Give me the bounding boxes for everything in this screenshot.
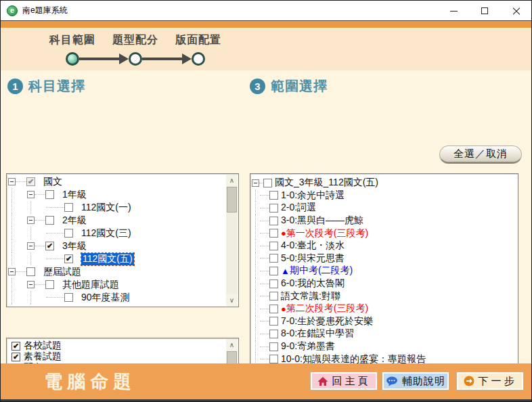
subject-tree-scrollbar[interactable]: ∧ ∨ — [226, 175, 238, 306]
help-button[interactable]: 輔助說明 — [382, 372, 449, 390]
tree-item[interactable]: 1-0:余光中詩選 — [252, 189, 516, 202]
item-checkbox[interactable]: ✔ — [26, 177, 35, 186]
tree-item-label[interactable]: 第一次段考(三段考) — [286, 227, 368, 240]
item-checkbox[interactable] — [269, 204, 278, 213]
item-checkbox[interactable] — [269, 330, 278, 338]
item-checkbox[interactable] — [269, 217, 278, 225]
tree-item[interactable]: 9-0:寄弟墨書 — [252, 340, 516, 353]
tree-item-label[interactable]: 112國文(一) — [81, 202, 131, 214]
collapse-minus-icon[interactable] — [27, 281, 35, 288]
item-checkbox[interactable] — [269, 242, 278, 250]
tree-item[interactable]: 6-0:我的太魯閣 — [252, 277, 516, 290]
item-checkbox[interactable] — [269, 267, 278, 275]
tree-item[interactable]: 其他題庫試題 — [8, 278, 225, 291]
item-checkbox[interactable] — [263, 179, 272, 187]
tree-item[interactable]: 2-0:詞選 — [252, 202, 516, 215]
tree-item-label[interactable]: 其他題庫試題 — [62, 279, 119, 291]
tree-item-label[interactable]: 9-0:寄弟墨書 — [281, 340, 335, 353]
tree-item-label[interactable]: 6-0:我的太魯閣 — [281, 277, 345, 290]
tree-item-label[interactable]: 第二次段考(三段考) — [286, 303, 368, 315]
collapse-minus-icon[interactable] — [8, 268, 16, 275]
tree-item-label[interactable]: 4-0:臺北・淡水 — [281, 240, 345, 252]
collapse-minus-icon[interactable] — [27, 191, 35, 198]
tree-item-label[interactable]: 1-0:余光中詩選 — [281, 189, 345, 202]
item-checkbox[interactable]: ✔ — [12, 353, 20, 361]
scroll-down-button[interactable]: ∨ — [226, 294, 238, 306]
item-checkbox[interactable] — [45, 280, 54, 289]
item-checkbox[interactable] — [45, 190, 54, 199]
item-checkbox[interactable] — [269, 342, 278, 351]
tree-item-label[interactable]: 91年度基測 — [81, 305, 130, 306]
collapse-minus-icon[interactable] — [27, 217, 35, 224]
item-checkbox[interactable] — [269, 191, 278, 200]
tree-item-label[interactable]: 5-0:與宋元思書 — [281, 252, 345, 265]
tree-item[interactable]: ✔國文 — [8, 175, 225, 188]
tree-item-label[interactable]: 國文_3年級_112國文(五) — [275, 177, 378, 189]
tree-item-label[interactable]: 112國文(三) — [81, 227, 131, 240]
tree-item[interactable]: 91年度基測 — [8, 304, 225, 305]
tree-item[interactable]: 7-0:生於憂患死於安樂 — [252, 315, 516, 328]
tree-item[interactable]: ▲期中考(二段考) — [252, 265, 516, 277]
scroll-up-button[interactable]: ∧ — [226, 175, 238, 186]
tree-item-label[interactable]: 1年級 — [62, 189, 87, 201]
tree-item-label[interactable]: 2年級 — [62, 215, 87, 227]
item-checkbox[interactable] — [26, 267, 35, 276]
tree-item[interactable]: ●第一次段考(三段考) — [252, 227, 516, 240]
tree-item[interactable]: 112國文(三) — [8, 227, 225, 240]
scrollbar-thumb[interactable] — [227, 187, 237, 213]
minimize-button[interactable] — [438, 1, 469, 21]
item-checkbox[interactable] — [64, 229, 73, 238]
item-checkbox[interactable] — [269, 292, 278, 300]
scroll-up-button[interactable]: ∧ — [226, 339, 238, 351]
tree-item-label[interactable]: 歷屆試題 — [43, 266, 81, 278]
collapse-minus-icon[interactable] — [252, 179, 259, 187]
step-circle-2[interactable] — [129, 52, 142, 66]
item-checkbox[interactable] — [64, 293, 73, 302]
tree-item[interactable]: ✔112國文(五) — [8, 252, 225, 265]
tree-item[interactable]: 3-0:黑與白——虎鯨 — [252, 215, 516, 227]
item-checkbox[interactable]: ✔ — [64, 254, 73, 263]
tree-item-label[interactable]: 國文 — [43, 176, 62, 188]
step-circle-3[interactable] — [192, 52, 205, 66]
next-step-button[interactable]: 下一步 — [456, 372, 524, 390]
tree-item-label[interactable]: 3-0:黑與白——虎鯨 — [281, 215, 363, 227]
step-circle-1-active[interactable] — [66, 52, 79, 66]
tree-item[interactable]: 8-0:在錯誤中學習 — [252, 328, 516, 340]
tree-item[interactable]: 112國文(一) — [8, 201, 225, 214]
select-all-toggle-button[interactable]: 全選／取消 — [439, 146, 522, 164]
tree-item[interactable]: 語文常識:對聯 — [252, 290, 516, 303]
tree-item[interactable]: 1年級 — [8, 188, 225, 201]
tree-item-label[interactable]: 期中考(二段考) — [290, 265, 353, 277]
item-checkbox[interactable] — [269, 317, 278, 326]
collapse-minus-icon[interactable] — [27, 242, 35, 250]
item-checkbox[interactable] — [45, 216, 54, 225]
tree-item[interactable]: 2年級 — [8, 214, 225, 227]
item-checkbox[interactable] — [269, 305, 278, 313]
item-checkbox[interactable] — [269, 280, 278, 288]
tree-item[interactable]: 歷屆試題 — [8, 265, 225, 278]
tree-item[interactable]: 5-0:與宋元思書 — [252, 252, 516, 265]
close-button[interactable] — [500, 1, 531, 21]
tree-item[interactable]: ✔3年級 — [8, 240, 225, 252]
source-list-item[interactable]: ✔各校試題 — [8, 340, 225, 351]
item-checkbox[interactable] — [269, 355, 278, 363]
tree-item[interactable]: ●第二次段考(三段考) — [252, 303, 516, 315]
item-checkbox[interactable] — [269, 229, 278, 238]
tree-item-label[interactable]: 112國文(五) — [81, 253, 134, 265]
tree-item-label[interactable]: 7-0:生於憂患死於安樂 — [281, 315, 373, 328]
tree-item[interactable]: 90年度基測 — [8, 291, 225, 304]
maximize-button[interactable] — [469, 1, 500, 21]
tree-item-label[interactable]: 2-0:詞選 — [281, 202, 316, 214]
tree-item-label[interactable]: 90年度基測 — [81, 292, 130, 304]
item-checkbox[interactable]: ✔ — [12, 342, 20, 351]
tree-item[interactable]: 4-0:臺北・淡水 — [252, 240, 516, 252]
item-checkbox[interactable]: ✔ — [45, 242, 54, 250]
tree-item-label[interactable]: 8-0:在錯誤中學習 — [281, 328, 354, 340]
home-button[interactable]: 回主頁 — [310, 372, 378, 390]
tree-item[interactable]: 國文_3年級_112國文(五) — [252, 177, 516, 189]
source-list-item[interactable]: ✔素養試題 — [8, 351, 225, 362]
item-checkbox[interactable] — [64, 203, 73, 212]
tree-item-label[interactable]: 3年級 — [62, 240, 87, 252]
tree-item-label[interactable]: 語文常識:對聯 — [281, 290, 340, 303]
collapse-minus-icon[interactable] — [8, 178, 16, 185]
